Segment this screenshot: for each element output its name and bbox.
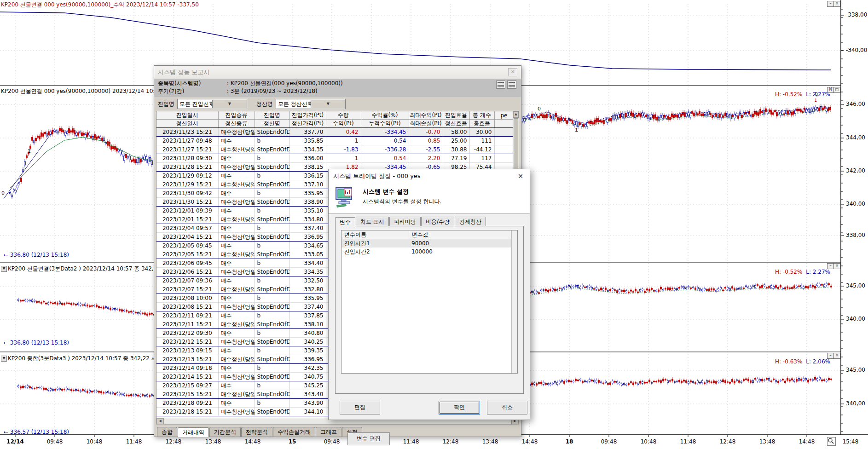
trade-table-row[interactable]: 2023/11/28 09:30 매수 b 336.00 1 0.54 2.20… xyxy=(156,154,514,163)
period-label: 주기(기간) xyxy=(158,87,227,95)
trading-app-window: 01010↓ KP200 선물연결 000 yes(90000,100000)_… xyxy=(0,0,868,449)
time-axis-label: 14:48 xyxy=(522,438,538,445)
chevron-down-icon[interactable]: ▼ xyxy=(212,100,247,108)
collapse-icon[interactable]: ▼ xyxy=(1,356,7,362)
panel3-title: ▼KP200 종합(3분Data3 ) 2023/12/14 10:57 종 3… xyxy=(1,355,166,363)
report-tab[interactable]: 거래내역 xyxy=(178,427,209,437)
settings-title: 시스템 트레이딩 설정 - 000 yes xyxy=(333,172,516,180)
time-axis-label: 12:48 xyxy=(443,438,459,445)
time-axis-label: 11:48 xyxy=(126,438,142,445)
scroll-left-icon[interactable]: ◀ xyxy=(156,418,164,424)
cancel-button[interactable]: 취소 xyxy=(487,401,527,414)
high-low-label: H: -0.52%L: 2,27% xyxy=(775,269,830,275)
time-axis-label: 14:48 xyxy=(245,438,261,445)
time-axis-label: 18 xyxy=(566,438,573,445)
time-axis-label: 11:48 xyxy=(403,438,419,445)
settings-tab[interactable]: 피라미딩 xyxy=(389,217,421,226)
svg-text:0: 0 xyxy=(538,106,541,112)
scrollbar-thumb[interactable] xyxy=(514,118,518,174)
exit-filter-label: 청산명 xyxy=(256,100,273,108)
price-axis-label: -340,00 xyxy=(846,47,867,53)
price-axis-label: 345,00 xyxy=(846,282,865,289)
close-icon[interactable]: × xyxy=(508,68,517,76)
time-axis-label: 14:48 xyxy=(799,438,815,445)
report-tab[interactable]: 그래프 xyxy=(316,427,341,437)
settings-tab[interactable]: 차트 표시 xyxy=(356,217,389,226)
variable-row[interactable]: 진입시간2 100000 xyxy=(341,248,511,256)
exit-filter-select[interactable]: 모든 청산신호명▼ xyxy=(276,99,346,109)
high-low-label: H: -0.52%L: 2,27% xyxy=(775,91,830,98)
entry-filter-select[interactable]: 모든 진입신호명▼ xyxy=(177,99,247,109)
variable-row[interactable]: 진입시간1 90000 xyxy=(341,239,511,248)
price-axis-label: 340,00 xyxy=(846,201,865,207)
report-info-section: 종목명(시스템명): KP200 선물연결(000 yes(90000,1000… xyxy=(154,79,521,97)
symbol-value: : KP200 선물연결(000 yes(90000,100000)) xyxy=(227,80,343,87)
print-icon[interactable] xyxy=(496,81,505,89)
trade-table-row[interactable]: 2023/11/27 09:48 매수 b 335.85 1 -0.54 0.8… xyxy=(156,137,514,145)
price-axis-label: 340,00 xyxy=(846,400,865,407)
price-annotation: ← 336,57 (12/13 15:18) xyxy=(4,429,69,435)
time-axis-label: 10:48 xyxy=(641,438,657,445)
trade-table-row[interactable]: 2023/11/23 15:21 매수청산(당일 StopEndOfDa 337… xyxy=(156,128,514,137)
minimize-icon[interactable]: – xyxy=(827,263,834,269)
settings-tab-bar: 변수 차트 표시 피라미딩 비용/수량 강제청산 xyxy=(335,217,486,226)
main-panel-title: KP200 선물연결 000 yes(90000,100000) 2023/12… xyxy=(1,87,174,95)
panel2-title: ▼KP200 선물연결(3분Data2 ) 2023/12/14 10:57 종… xyxy=(1,265,177,273)
trade-table-row[interactable]: 2023/11/27 15:21 매수청산(당일 StopEndOfDa 334… xyxy=(156,145,514,154)
time-axis-end-label: 15:48 xyxy=(843,438,859,445)
report-tab-bar: 종합 거래내역 기간분석 전략분석 수익손실거래 그래프 설정 xyxy=(154,425,521,437)
settings-heading: 시스템 변수 설정 xyxy=(363,188,441,196)
close-icon[interactable]: × xyxy=(833,263,840,269)
time-axis-label: 15 xyxy=(289,438,296,445)
price-axis-label: 342,00 xyxy=(846,167,865,174)
svg-text:1: 1 xyxy=(28,148,31,154)
report-tab[interactable]: 전략분석 xyxy=(241,427,272,437)
report-tab[interactable]: 기간분석 xyxy=(209,427,241,437)
variable-edit-button[interactable]: 변수 편집 xyxy=(347,432,390,445)
settings-tab[interactable]: 변수 xyxy=(335,217,355,227)
settings-header: 시스템 변수 설정 시스템식의 변수를 설정 합니다. xyxy=(329,183,530,214)
price-annotation: ← 336,80 (12/13 15:18) xyxy=(4,340,69,346)
collapse-icon[interactable]: ▼ xyxy=(1,266,7,272)
time-axis-label: 11:48 xyxy=(680,438,696,445)
price-axis-label: 338,00 xyxy=(846,232,865,238)
normalize-icon[interactable]: N xyxy=(827,87,834,93)
close-icon[interactable]: × xyxy=(833,1,840,7)
edit-button[interactable]: 편집 xyxy=(340,401,380,414)
settings-tab[interactable]: 비용/수량 xyxy=(421,217,454,226)
zoom-tool-icon[interactable] xyxy=(827,437,836,446)
report-title: 시스템 성능 보고서 xyxy=(158,68,508,76)
entry-filter-label: 진입명 xyxy=(158,100,174,108)
settings-titlebar[interactable]: 시스템 트레이딩 설정 - 000 yes ✕ xyxy=(329,169,530,183)
report-tab[interactable]: 종합 xyxy=(157,427,177,437)
time-axis-label: 13:48 xyxy=(759,438,775,445)
close-icon[interactable]: ✕ xyxy=(516,173,525,180)
time-axis-label: 09:48 xyxy=(324,438,340,445)
report-tab[interactable]: 수익손실거래 xyxy=(273,427,315,437)
time-axis-label: 09:48 xyxy=(47,438,63,445)
profit-panel-title: KP200 선물연결 000 yes(90000,100000)_수익 2023… xyxy=(1,1,199,9)
vertical-scrollbar[interactable] xyxy=(511,230,517,373)
time-axis-label: 13:48 xyxy=(482,438,498,445)
svg-text:1: 1 xyxy=(575,127,578,133)
time-axis-label: 10:48 xyxy=(87,438,103,445)
export-icon[interactable] xyxy=(507,81,516,89)
price-axis-label: 344,00 xyxy=(846,134,865,141)
time-axis-label: 09:48 xyxy=(601,438,617,445)
time-axis-label: 12/14 xyxy=(6,438,24,445)
price-axis-label: 345,00 xyxy=(846,367,865,373)
variables-header-row: 변수이름 변수값 xyxy=(341,230,511,239)
maximize-icon[interactable]: □ xyxy=(833,87,840,93)
time-axis-label: 12:48 xyxy=(720,438,736,445)
chevron-down-icon[interactable]: ▼ xyxy=(311,100,346,108)
report-titlebar[interactable]: 시스템 성능 보고서 × xyxy=(154,66,521,79)
minimize-icon[interactable]: – xyxy=(827,353,834,359)
period-value: : 3분 (2019/09/23 ~ 2023/12/18) xyxy=(227,87,318,95)
minimize-icon[interactable]: – xyxy=(827,1,834,7)
svg-text:↓: ↓ xyxy=(814,98,818,104)
ok-button[interactable]: 확인 xyxy=(439,401,480,414)
scroll-up-icon[interactable]: ▲ xyxy=(513,111,519,118)
close-icon[interactable]: × xyxy=(833,353,840,359)
time-axis-label: 12:48 xyxy=(166,438,182,445)
settings-tab[interactable]: 강제청산 xyxy=(455,217,486,226)
